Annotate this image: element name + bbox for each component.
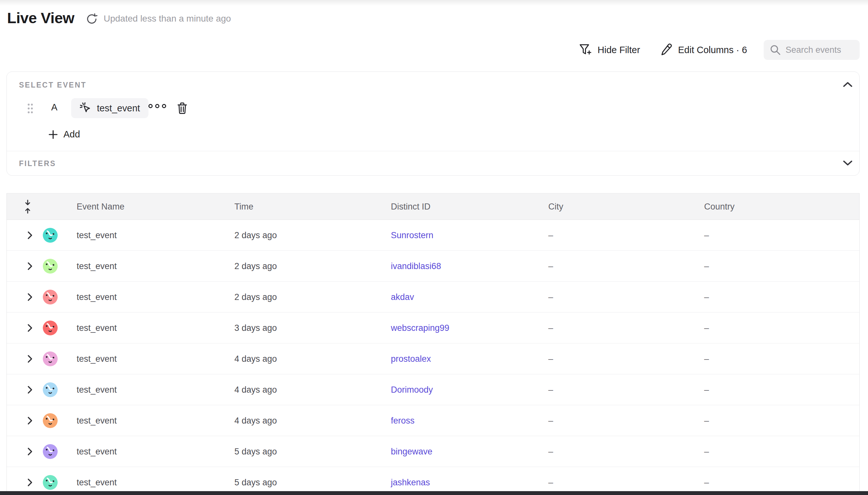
avatar-face [43, 382, 58, 397]
expand-row-button[interactable] [23, 353, 36, 365]
cell-event-name: test_event [76, 281, 117, 312]
expand-row-button[interactable] [23, 229, 36, 242]
chevron-right-icon [27, 478, 33, 487]
event-options-button[interactable] [149, 104, 166, 108]
cell-distinct-id-link[interactable]: feross [391, 405, 415, 436]
avatar-face [43, 352, 58, 366]
user-avatar [43, 413, 58, 428]
dot-icon [155, 104, 159, 108]
delete-event-button[interactable] [177, 102, 188, 114]
cell-country: – [704, 436, 709, 467]
cell-country: – [704, 343, 709, 374]
table-row: test_event 5 days ago jashkenas – – [7, 467, 859, 495]
expand-row-button[interactable] [23, 291, 36, 304]
pencil-icon [660, 43, 673, 57]
add-event-button[interactable]: Add [48, 129, 80, 140]
chevron-right-icon [27, 355, 33, 363]
cell-city: – [548, 251, 553, 281]
column-header-distinct-id[interactable]: Distinct ID [391, 193, 430, 220]
expand-row-button[interactable] [23, 260, 36, 273]
events-table: Event Name Time Distinct ID City Country… [6, 193, 860, 495]
bottom-window-edge [0, 491, 868, 495]
selected-event-button[interactable]: test_event [71, 98, 149, 118]
query-builder-card: SELECT EVENT A [6, 71, 860, 176]
column-header-event-name[interactable]: Event Name [76, 193, 124, 220]
search-icon [769, 44, 781, 56]
cell-country: – [704, 251, 709, 281]
expand-filters-button[interactable] [841, 158, 854, 168]
cell-distinct-id-link[interactable]: jashkenas [391, 467, 430, 495]
cell-city: – [548, 312, 553, 343]
drag-handle[interactable] [27, 103, 34, 114]
live-view-page: Live View Updated less than a minute ago… [0, 0, 868, 495]
cell-distinct-id-link[interactable]: bingewave [391, 436, 432, 467]
expand-row-button[interactable] [23, 414, 36, 427]
search-events-input[interactable]: Search events [764, 40, 860, 60]
add-label: Add [64, 129, 80, 140]
chevron-right-icon [27, 293, 33, 301]
refresh-button[interactable] [84, 12, 99, 27]
table-row: test_event 2 days ago Sunrostern – – [7, 220, 859, 251]
column-header-city[interactable]: City [548, 193, 563, 220]
column-header-time[interactable]: Time [234, 193, 253, 220]
table-row: test_event 3 days ago webscraping99 – – [7, 312, 859, 343]
expand-row-button[interactable] [23, 445, 36, 458]
search-placeholder: Search events [786, 45, 841, 55]
page-title: Live View [7, 9, 74, 27]
hide-filter-button[interactable]: Hide Filter [579, 40, 640, 60]
card-divider [7, 151, 859, 151]
collapse-all-rows-button[interactable] [22, 193, 33, 220]
event-row-letter: A [51, 102, 57, 113]
table-header-row: Event Name Time Distinct ID City Country [7, 193, 859, 220]
cell-city: – [548, 467, 553, 495]
chevron-right-icon [27, 231, 33, 239]
cell-event-name: test_event [76, 220, 117, 251]
chevron-right-icon [27, 416, 33, 425]
chevron-right-icon [27, 324, 33, 332]
cell-country: – [704, 467, 709, 495]
cell-time: 2 days ago [234, 281, 277, 312]
table-row: test_event 5 days ago bingewave – – [7, 436, 859, 467]
user-avatar [43, 228, 58, 243]
collapse-select-event-button[interactable] [841, 80, 854, 89]
user-avatar [43, 290, 58, 305]
cell-event-name: test_event [76, 405, 117, 436]
plus-icon [48, 130, 58, 140]
select-event-section-label: SELECT EVENT [19, 81, 87, 89]
column-header-country[interactable]: Country [704, 193, 735, 220]
filters-section-label: FILTERS [19, 159, 56, 168]
user-avatar [43, 444, 58, 459]
cell-time: 5 days ago [234, 467, 277, 495]
table-row: test_event 2 days ago ivandiblasi68 – – [7, 251, 859, 281]
expand-row-button[interactable] [23, 383, 36, 396]
cell-city: – [548, 281, 553, 312]
cell-distinct-id-link[interactable]: Dorimoody [391, 374, 433, 405]
edit-columns-button[interactable]: Edit Columns · 6 [660, 40, 747, 60]
expand-row-button[interactable] [23, 322, 36, 335]
cell-city: – [548, 374, 553, 405]
avatar-face [43, 321, 58, 335]
chevron-up-icon [843, 82, 853, 87]
user-avatar [43, 475, 58, 490]
cell-country: – [704, 405, 709, 436]
expand-row-button[interactable] [23, 476, 36, 489]
chevron-right-icon [27, 262, 33, 270]
cursor-click-icon [80, 102, 92, 114]
chevron-right-icon [27, 447, 33, 456]
top-scroll-shadow [0, 0, 868, 6]
cell-country: – [704, 312, 709, 343]
chevron-down-icon [843, 160, 853, 166]
chevron-right-icon [27, 386, 33, 394]
cell-distinct-id-link[interactable]: akdav [391, 281, 414, 312]
trash-icon [177, 102, 188, 114]
dot-icon [162, 104, 166, 108]
cell-time: 2 days ago [234, 220, 277, 251]
table-body: test_event 2 days ago Sunrostern – – tes… [7, 220, 859, 495]
cell-distinct-id-link[interactable]: ivandiblasi68 [391, 251, 441, 281]
cell-distinct-id-link[interactable]: prostoalex [391, 343, 431, 374]
cell-distinct-id-link[interactable]: Sunrostern [391, 220, 433, 251]
cell-event-name: test_event [76, 251, 117, 281]
cell-distinct-id-link[interactable]: webscraping99 [391, 312, 449, 343]
collapse-vertical-icon [23, 200, 32, 214]
updated-status: Updated less than a minute ago [104, 14, 231, 24]
